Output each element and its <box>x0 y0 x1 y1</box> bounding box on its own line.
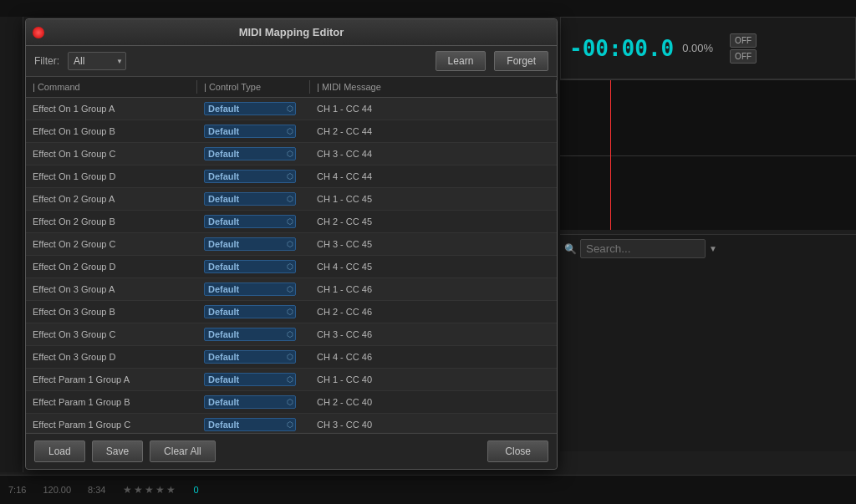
filter-select-wrapper[interactable]: All Active Inactive <box>68 52 126 70</box>
table-cell-midi: CH 4 - CC 45 <box>310 258 557 275</box>
control-type-select[interactable]: Default <box>204 373 296 386</box>
control-type-select[interactable]: Default <box>204 237 296 251</box>
control-select-wrapper[interactable]: Default <box>204 395 296 409</box>
table-cell-midi: CH 4 - CC 46 <box>310 349 557 365</box>
daw-bottom-bar: 7:16 120.00 8:34 ★★★★★ 0 <box>0 475 856 504</box>
table-row[interactable]: Effect On 2 Group CDefaultCH 3 - CC 45 <box>26 233 557 256</box>
table-row[interactable]: Effect On 3 Group ADefaultCH 1 - CC 46 <box>26 278 557 301</box>
table-cell-control[interactable]: Default <box>197 123 310 140</box>
daw-search-area: 🔍 ▼ <box>560 234 856 451</box>
table-cell-midi: CH 2 - CC 44 <box>310 123 557 140</box>
control-select-wrapper[interactable]: Default <box>204 418 296 431</box>
control-type-select[interactable]: Default <box>204 215 296 228</box>
control-type-select[interactable]: Default <box>204 125 296 138</box>
forget-button[interactable]: Forget <box>494 51 548 71</box>
control-type-select[interactable]: Default <box>204 283 296 296</box>
midi-mapping-editor-dialog: MIDI Mapping Editor Filter: All Active I… <box>25 18 558 470</box>
control-select-wrapper[interactable]: Default <box>204 192 296 206</box>
table-cell-midi: CH 3 - CC 45 <box>310 236 557 252</box>
modal-footer: Load Save Clear All Close <box>26 433 557 469</box>
control-select-wrapper[interactable]: Default <box>204 260 296 273</box>
control-select-wrapper[interactable]: Default <box>204 350 296 364</box>
control-type-select[interactable]: Default <box>204 192 296 206</box>
daw-percent-display: 0.00% <box>682 42 713 54</box>
control-select-wrapper[interactable]: Default <box>204 215 296 228</box>
header-midi-message: | MIDI Message <box>310 80 557 94</box>
modal-close-button[interactable] <box>33 27 44 38</box>
table-row[interactable]: Effect On 1 Group DDefaultCH 4 - CC 44 <box>26 165 557 188</box>
daw-time-display: -00:00.0 <box>569 36 674 61</box>
table-cell-midi: CH 2 - CC 45 <box>310 213 557 230</box>
control-select-wrapper[interactable]: Default <box>204 147 296 160</box>
table-cell-command: Effect On 2 Group D <box>26 258 197 275</box>
table-row[interactable]: Effect On 1 Group BDefaultCH 2 - CC 44 <box>26 120 557 143</box>
control-type-select[interactable]: Default <box>204 328 296 341</box>
table-body[interactable]: Effect On 1 Group ADefaultCH 1 - CC 44Ef… <box>26 98 557 432</box>
control-type-select[interactable]: Default <box>204 147 296 160</box>
modal-title-bar: MIDI Mapping Editor <box>26 19 557 46</box>
daw-search-dropdown-icon: ▼ <box>709 244 717 253</box>
table-cell-control[interactable]: Default <box>197 168 310 185</box>
daw-search-input[interactable] <box>580 239 706 258</box>
control-select-wrapper[interactable]: Default <box>204 373 296 386</box>
table-cell-control[interactable]: Default <box>197 371 310 388</box>
table-row[interactable]: Effect Param 1 Group BDefaultCH 2 - CC 4… <box>26 391 557 414</box>
daw-bottom-time2: 120.00 <box>43 485 71 495</box>
table-cell-control[interactable]: Default <box>197 281 310 298</box>
table-cell-control[interactable]: Default <box>197 326 310 343</box>
daw-waveform-line <box>560 155 856 156</box>
table-cell-control[interactable]: Default <box>197 258 310 275</box>
table-cell-control[interactable]: Default <box>197 394 310 410</box>
table-row[interactable]: Effect On 1 Group ADefaultCH 1 - CC 44 <box>26 98 557 120</box>
table-row[interactable]: Effect On 3 Group DDefaultCH 4 - CC 46 <box>26 346 557 369</box>
save-button[interactable]: Save <box>92 440 143 462</box>
control-type-select[interactable]: Default <box>204 350 296 364</box>
table-cell-command: Effect On 2 Group A <box>26 191 197 207</box>
table-cell-midi: CH 1 - CC 45 <box>310 191 557 207</box>
control-select-wrapper[interactable]: Default <box>204 237 296 251</box>
control-select-wrapper[interactable]: Default <box>204 102 296 115</box>
daw-left-panel <box>0 17 23 472</box>
table-cell-control[interactable]: Default <box>197 100 310 117</box>
control-select-wrapper[interactable]: Default <box>204 328 296 341</box>
learn-button[interactable]: Learn <box>436 51 487 71</box>
control-select-wrapper[interactable]: Default <box>204 305 296 318</box>
control-type-select[interactable]: Default <box>204 395 296 409</box>
table-row[interactable]: Effect On 3 Group BDefaultCH 2 - CC 46 <box>26 301 557 323</box>
table-cell-control[interactable]: Default <box>197 349 310 365</box>
table-row[interactable]: Effect On 2 Group DDefaultCH 4 - CC 45 <box>26 256 557 278</box>
daw-bottom-time1: 7:16 <box>8 485 26 495</box>
table-row[interactable]: Effect On 2 Group BDefaultCH 2 - CC 45 <box>26 211 557 233</box>
daw-off-buttons: OFF OFF <box>730 33 757 64</box>
control-select-wrapper[interactable]: Default <box>204 125 296 138</box>
control-type-select[interactable]: Default <box>204 102 296 115</box>
table-cell-control[interactable]: Default <box>197 145 310 162</box>
table-cell-command: Effect On 3 Group D <box>26 349 197 365</box>
table-row[interactable]: Effect Param 1 Group CDefaultCH 3 - CC 4… <box>26 414 557 432</box>
table-cell-control[interactable]: Default <box>197 416 310 432</box>
table-cell-midi: CH 3 - CC 46 <box>310 326 557 343</box>
control-type-select[interactable]: Default <box>204 418 296 431</box>
daw-search-bar: 🔍 ▼ <box>560 235 856 262</box>
control-type-select[interactable]: Default <box>204 260 296 273</box>
control-type-select[interactable]: Default <box>204 170 296 183</box>
table-row[interactable]: Effect On 2 Group ADefaultCH 1 - CC 45 <box>26 188 557 211</box>
control-select-wrapper[interactable]: Default <box>204 170 296 183</box>
table-row[interactable]: Effect On 1 Group CDefaultCH 3 - CC 44 <box>26 143 557 165</box>
filter-select[interactable]: All Active Inactive <box>68 52 126 70</box>
daw-transport: -00:00.0 0.00% OFF OFF <box>560 17 856 79</box>
table-cell-control[interactable]: Default <box>197 236 310 252</box>
load-button[interactable]: Load <box>34 440 85 462</box>
table-row[interactable]: Effect Param 1 Group ADefaultCH 1 - CC 4… <box>26 369 557 391</box>
table-row[interactable]: Effect On 3 Group CDefaultCH 3 - CC 46 <box>26 323 557 346</box>
daw-off-btn-2: OFF <box>730 49 757 64</box>
control-type-select[interactable]: Default <box>204 305 296 318</box>
table-cell-control[interactable]: Default <box>197 303 310 320</box>
close-button[interactable]: Close <box>487 440 548 462</box>
control-select-wrapper[interactable]: Default <box>204 283 296 296</box>
table-cell-control[interactable]: Default <box>197 213 310 230</box>
clear-all-button[interactable]: Clear All <box>150 440 216 462</box>
table-header: | Command | Control Type | MIDI Message <box>26 77 557 98</box>
table-cell-command: Effect On 1 Group D <box>26 168 197 185</box>
table-cell-control[interactable]: Default <box>197 191 310 207</box>
